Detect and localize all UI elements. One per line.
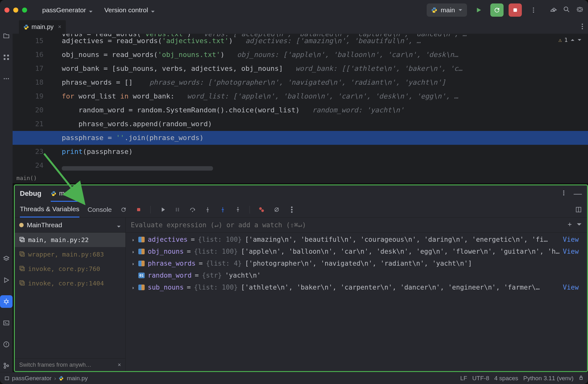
vcs-label: Version control	[104, 6, 148, 14]
more-tools-button[interactable]	[0, 72, 13, 85]
expand-toggle[interactable]	[131, 284, 135, 291]
variable-row[interactable]: sub_nouns = {list: 100} ['athlete\n', 'b…	[131, 284, 581, 291]
stack-frame[interactable]: invoke, core.py:1404	[15, 276, 125, 291]
debug-button[interactable]	[490, 3, 504, 17]
add-watch-button[interactable]	[567, 222, 573, 229]
svg-point-34	[261, 209, 264, 212]
code-editor[interactable]: verbs = read_words('verbs.txt') verbs: […	[13, 34, 588, 172]
settings-icon[interactable]	[576, 6, 584, 14]
resume-button[interactable]	[159, 206, 166, 213]
view-link[interactable]: View	[563, 236, 579, 243]
terminal-tool-button[interactable]	[0, 317, 13, 329]
stop-button[interactable]	[509, 3, 522, 17]
problems-tool-button[interactable]	[0, 338, 13, 351]
code-with-me-icon[interactable]	[550, 6, 557, 14]
run-config-selector[interactable]: main	[427, 3, 467, 17]
search-everywhere-icon[interactable]	[563, 6, 570, 14]
expand-toggle[interactable]	[131, 236, 135, 243]
frame-icon	[19, 251, 25, 258]
next-problem-icon[interactable]	[577, 38, 582, 42]
services-tool-button[interactable]	[0, 252, 13, 265]
variable-row[interactable]: 01random_word = {str} 'yacht\n'	[131, 272, 581, 279]
step-into-my-code-button[interactable]	[219, 206, 226, 213]
project-selector[interactable]: passGenerator	[39, 4, 96, 16]
svg-point-20	[582, 24, 583, 25]
window-controls[interactable]	[4, 8, 27, 13]
layout-settings-button[interactable]	[575, 206, 582, 213]
svg-rect-28	[178, 208, 179, 212]
dismiss-hint-button[interactable]: ×	[118, 362, 121, 368]
editor-tab-main[interactable]: main.py ×	[19, 20, 66, 34]
step-out-button[interactable]	[234, 206, 241, 213]
readonly-toggle[interactable]	[579, 375, 584, 382]
close-session-button[interactable]: ×	[78, 189, 82, 197]
editor-tab-menu[interactable]	[582, 24, 583, 31]
inspections-widget[interactable]: ⚠ 1	[558, 37, 582, 43]
variable-row[interactable]: adjectives = {list: 100} ['amazing\n', '…	[131, 236, 581, 243]
svg-point-29	[192, 211, 193, 212]
threads-vars-tab[interactable]: Threads & Variables	[20, 202, 79, 217]
debug-more-button[interactable]	[288, 206, 295, 213]
variable-row[interactable]: obj_nouns = {list: 100} ['apple\n', 'bal…	[131, 248, 581, 255]
indent-status[interactable]: 4 spaces	[494, 375, 518, 382]
svg-rect-7	[4, 55, 6, 57]
var-type-icon	[138, 237, 145, 242]
run-button[interactable]	[472, 3, 485, 17]
close-window-icon[interactable]	[4, 8, 9, 13]
console-tab[interactable]: Console	[88, 202, 112, 217]
stack-frame[interactable]: main, main.py:22	[15, 233, 125, 247]
project-tool-button[interactable]	[0, 30, 13, 42]
variable-row[interactable]: phrase_words = {list: 4} ['photographer\…	[131, 260, 581, 267]
expand-toggle[interactable]	[131, 248, 135, 255]
minimize-panel-button[interactable]: —	[574, 189, 582, 199]
var-type-icon: 01	[138, 273, 145, 278]
svg-point-14	[5, 300, 8, 303]
variable-value: ['apple\n', 'balloon\n', 'car\n', 'desk\…	[241, 248, 560, 255]
view-breakpoints-button[interactable]	[258, 206, 265, 213]
svg-point-4	[533, 9, 534, 11]
step-into-button[interactable]	[204, 206, 211, 213]
stack-frame[interactable]: wrapper, main.py:683	[15, 247, 125, 262]
evaluate-expression-input[interactable]	[131, 221, 563, 229]
svg-point-23	[563, 190, 564, 192]
close-tab-button[interactable]: ×	[58, 24, 61, 30]
view-link[interactable]: View	[563, 284, 579, 291]
svg-point-25	[563, 194, 564, 195]
step-over-button[interactable]	[189, 206, 196, 213]
vcs-tool-button[interactable]	[0, 359, 13, 372]
expand-eval-button[interactable]	[576, 222, 582, 229]
status-breadcrumb[interactable]: passGenerator › main.py	[4, 375, 88, 382]
debug-window-title: Debug	[20, 189, 41, 198]
stop-debug-button[interactable]	[135, 206, 142, 213]
run-tool-button[interactable]	[0, 274, 13, 286]
rerun-debug-button[interactable]	[120, 206, 127, 213]
mute-breakpoints-button[interactable]	[273, 206, 280, 213]
view-link[interactable]: View	[563, 248, 579, 255]
expand-toggle[interactable]	[131, 260, 135, 267]
thread-selector[interactable]: MainThread	[15, 217, 125, 233]
stack-frame[interactable]: invoke, core.py:760	[15, 262, 125, 276]
variable-value: ['amazing\n', 'beautiful\n', 'courageous…	[245, 236, 548, 243]
minimize-window-icon[interactable]	[13, 8, 18, 13]
vcs-selector[interactable]: Version control	[101, 4, 158, 16]
editor-breadcrumb[interactable]: main()	[13, 172, 588, 183]
line-separator-status[interactable]: LF	[460, 375, 467, 382]
prev-problem-icon[interactable]	[570, 38, 575, 42]
svg-rect-49	[5, 377, 9, 380]
editor-gutter[interactable]: 15161718192021222324	[13, 34, 50, 172]
editor-horizontal-scrollbar[interactable]	[62, 166, 213, 171]
encoding-status[interactable]: UTF-8	[472, 375, 489, 382]
svg-rect-10	[7, 58, 9, 60]
variable-type: {list: 100}	[194, 248, 238, 255]
debug-session-tab[interactable]: main ×	[51, 185, 82, 202]
variable-value: 'yacht\n'	[225, 272, 261, 279]
more-actions-button[interactable]	[527, 3, 540, 17]
breadcrumb-item[interactable]: main()	[16, 175, 37, 181]
svg-rect-41	[21, 238, 24, 242]
interpreter-status[interactable]: Python 3.11 (venv)	[523, 375, 574, 382]
debug-tool-button[interactable]	[0, 295, 13, 308]
current-execution-line: passphrase = ''.join(phrase_words)	[13, 131, 588, 145]
debug-options-button[interactable]	[563, 190, 564, 197]
maximize-window-icon[interactable]	[22, 8, 27, 13]
structure-tool-button[interactable]	[0, 51, 13, 64]
